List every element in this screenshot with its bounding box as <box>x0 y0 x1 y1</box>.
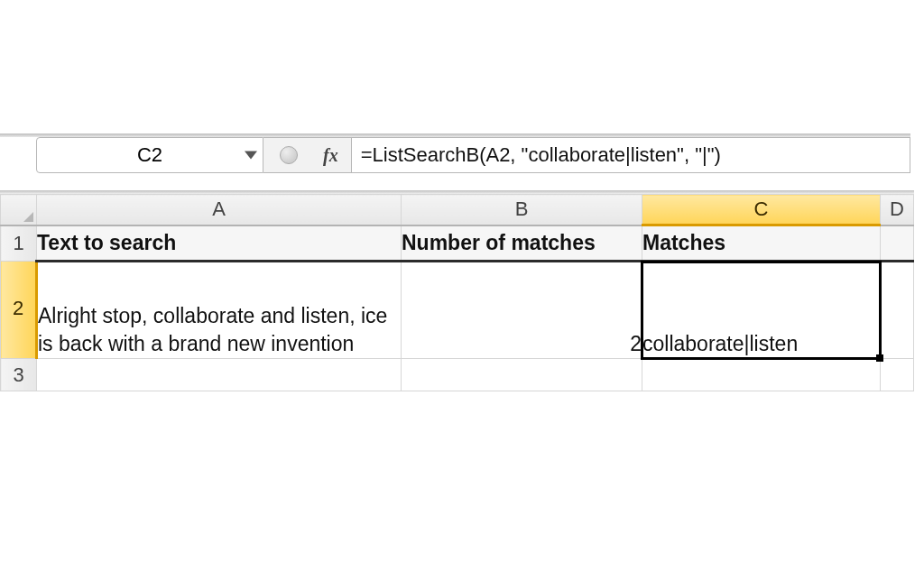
triangle-icon <box>23 212 33 222</box>
name-box[interactable]: C2 <box>36 137 263 173</box>
row-header-2[interactable]: 2 <box>1 262 37 359</box>
formula-bar-controls: fx <box>263 137 352 173</box>
cell-A2[interactable]: Alright stop, collaborate and listen, ic… <box>37 262 402 359</box>
fx-icon[interactable]: fx <box>323 145 338 166</box>
row-header-1[interactable]: 1 <box>1 225 37 262</box>
row-1: 1 Text to search Number of matches Match… <box>1 225 914 262</box>
select-all-corner[interactable] <box>1 195 37 225</box>
cancel-icon[interactable] <box>280 146 298 164</box>
cell-C1[interactable]: Matches <box>642 225 881 262</box>
cell-A1[interactable]: Text to search <box>37 225 402 262</box>
column-header-C[interactable]: C <box>642 195 881 225</box>
sheet-table: A B C D 1 Text to search Number of match… <box>0 194 914 391</box>
cell-D2[interactable] <box>881 262 914 359</box>
cell-B2[interactable]: 2 <box>402 262 642 359</box>
row-2: 2 Alright stop, collaborate and listen, … <box>1 262 914 359</box>
cell-C3[interactable] <box>642 359 881 391</box>
name-box-value: C2 <box>137 143 162 167</box>
fill-handle[interactable] <box>876 354 883 362</box>
cell-A3[interactable] <box>37 359 402 391</box>
spreadsheet-grid: A B C D 1 Text to search Number of match… <box>0 194 914 391</box>
cell-D1[interactable] <box>881 225 914 262</box>
chevron-down-icon[interactable] <box>245 152 257 160</box>
formula-input[interactable]: =ListSearchB(A2, "collaborate|listen", "… <box>352 137 910 173</box>
cell-B3[interactable] <box>402 359 642 391</box>
row-3: 3 <box>1 359 914 391</box>
column-header-D[interactable]: D <box>881 195 914 225</box>
cell-B1[interactable]: Number of matches <box>402 225 642 262</box>
cell-D3[interactable] <box>881 359 914 391</box>
row-header-3[interactable]: 3 <box>1 359 37 391</box>
column-header-A[interactable]: A <box>37 195 402 225</box>
cell-C2-value: collaborate|listen <box>642 332 798 355</box>
formula-text: =ListSearchB(A2, "collaborate|listen", "… <box>361 143 721 167</box>
column-header-row: A B C D <box>1 195 914 225</box>
column-header-B[interactable]: B <box>402 195 642 225</box>
cell-C2[interactable]: collaborate|listen <box>642 262 881 359</box>
formula-bar: C2 fx =ListSearchB(A2, "collaborate|list… <box>36 137 910 173</box>
